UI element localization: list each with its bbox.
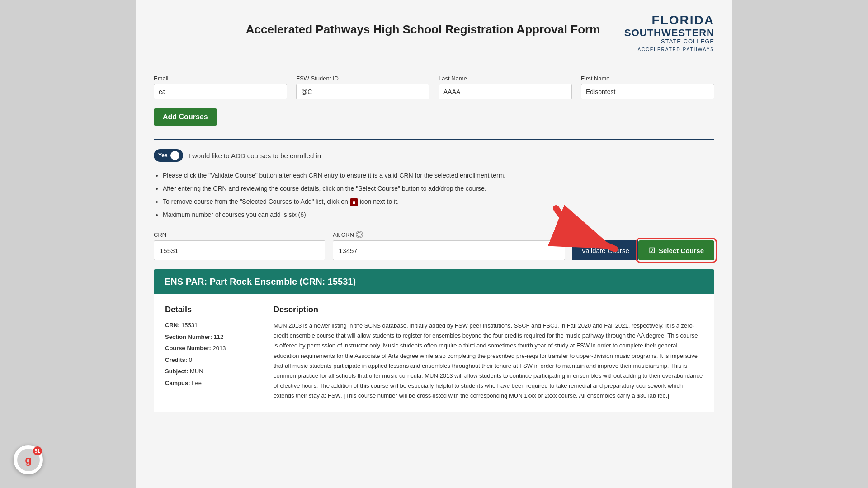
logo-state: STATE COLLEGE — [624, 38, 714, 45]
description-text: MUN 2013 is a newer listing in the SCNS … — [274, 321, 703, 401]
header-divider — [154, 66, 714, 66]
course-header: ENS PAR: Part Rock Ensemble (CRN: 15531) — [154, 269, 714, 294]
credits-detail: Credits: 0 — [165, 356, 255, 365]
course-number-detail: Course Number: 2013 — [165, 344, 255, 353]
info-icon[interactable]: ⓘ — [356, 231, 363, 238]
email-label: Email — [154, 75, 287, 82]
glancer-icon: g — [25, 454, 32, 466]
crn-label: CRN — [154, 231, 326, 238]
last-name-label: Last Name — [439, 75, 572, 82]
toggle-pill[interactable]: Yes — [154, 149, 183, 162]
details-column: Details CRN: 15531 Section Number: 112 C… — [165, 305, 255, 401]
alt-crn-field-container: Alt CRN ⓘ — [333, 231, 565, 260]
validate-course-button[interactable]: Validate Course — [572, 240, 638, 260]
fsw-id-field-container: FSW Student ID — [296, 75, 429, 99]
fsw-id-label: FSW Student ID — [296, 75, 429, 82]
toggle-yes-label: Yes — [158, 152, 168, 159]
logo-accelerated: ACCELERATED PATHWAYS — [624, 46, 714, 52]
subject-detail: Subject: MUN — [165, 367, 255, 376]
campus-detail: Campus: Lee — [165, 379, 255, 388]
fsw-id-input[interactable] — [296, 84, 429, 99]
crn-detail: CRN: 15531 — [165, 321, 255, 330]
details-heading: Details — [165, 305, 255, 314]
alt-crn-input[interactable] — [333, 240, 565, 260]
last-name-field-container: Last Name — [439, 75, 572, 99]
logo-area: FLORIDA SOUTHWESTERN STATE COLLEGE ACCEL… — [624, 14, 714, 52]
instruction-4: Maximum number of courses you can add is… — [163, 210, 714, 220]
toggle-circle — [170, 151, 179, 160]
alt-crn-label-text: Alt CRN — [333, 231, 354, 238]
course-card: ENS PAR: Part Rock Ensemble (CRN: 15531)… — [154, 269, 714, 412]
select-course-button[interactable]: ☑ Select Course — [638, 240, 714, 260]
crn-field-container: CRN — [154, 231, 326, 260]
toggle-row: Yes I would like to ADD courses to be en… — [154, 149, 714, 162]
section-divider — [154, 139, 714, 140]
glancer-badge[interactable]: g 51 — [14, 445, 43, 474]
section-number-detail: Section Number: 112 — [165, 333, 255, 342]
first-name-field-container: First Name — [581, 75, 714, 99]
email-input[interactable] — [154, 84, 287, 99]
select-course-label: Select Course — [659, 247, 704, 254]
description-heading: Description — [274, 305, 703, 314]
email-field-container: Email — [154, 75, 287, 99]
instruction-2: After entering the CRN and reviewing the… — [163, 184, 714, 193]
crn-row-wrapper: CRN Alt CRN ⓘ Validate Course ☑ Select C… — [154, 231, 714, 260]
logo-southwestern: SOUTHWESTERN — [624, 28, 714, 38]
instructions-list: Please click the "Validate Course" butto… — [163, 171, 714, 220]
crn-input[interactable] — [154, 240, 326, 260]
first-name-label: First Name — [581, 75, 714, 82]
last-name-input[interactable] — [439, 84, 572, 99]
alt-crn-label-row: Alt CRN ⓘ — [333, 231, 565, 238]
glancer-inner: g 51 — [17, 449, 40, 471]
first-name-input[interactable] — [581, 84, 714, 99]
toggle-description: I would like to ADD courses to be enroll… — [189, 152, 321, 160]
description-column: Description MUN 2013 is a newer listing … — [274, 305, 703, 401]
logo-florida: FLORIDA — [624, 14, 714, 28]
course-details-box: Details CRN: 15531 Section Number: 112 C… — [154, 294, 714, 412]
header: Accelerated Pathways High School Registr… — [154, 14, 714, 52]
instruction-1: Please click the "Validate Course" butto… — [163, 171, 714, 180]
form-row: Email FSW Student ID Last Name First Nam… — [154, 75, 714, 99]
page-title: Accelerated Pathways High School Registr… — [222, 23, 624, 37]
add-courses-button[interactable]: Add Courses — [154, 108, 217, 126]
glancer-count: 51 — [33, 446, 42, 455]
instruction-3: To remove course from the "Selected Cour… — [163, 197, 714, 206]
check-icon: ☑ — [649, 246, 655, 255]
main-container: Accelerated Pathways High School Registr… — [136, 0, 732, 488]
remove-icon: ■ — [350, 198, 358, 206]
crn-row: CRN Alt CRN ⓘ Validate Course ☑ Select C… — [154, 231, 714, 260]
